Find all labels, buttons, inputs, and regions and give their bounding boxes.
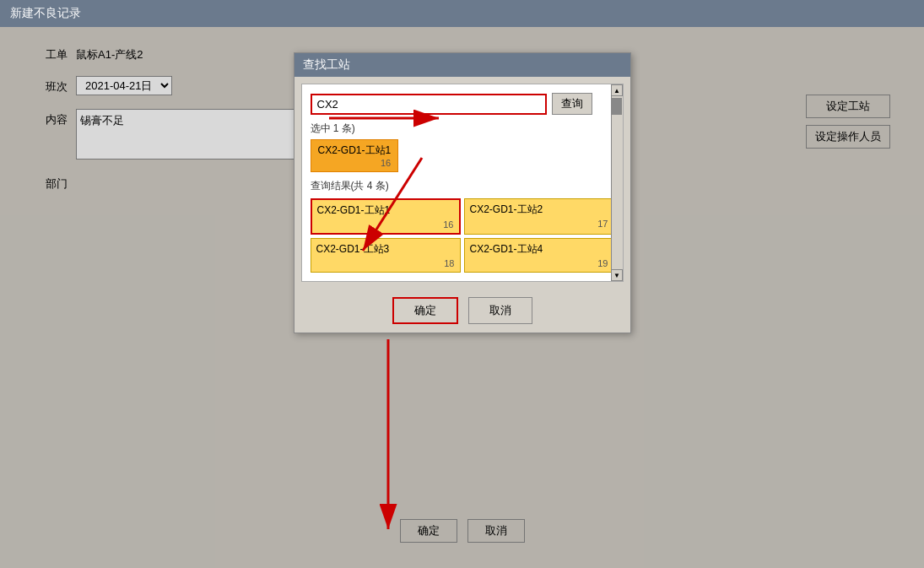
modal-body: 查询 选中 1 条) CX2-GD1-工站1 16 查询结果(共 4 条) CX [301, 84, 624, 282]
scroll-down-button[interactable]: ▼ [611, 269, 623, 281]
result-item-2[interactable]: CX2-GD1-工站3 18 [311, 238, 461, 273]
result-item-0[interactable]: CX2-GD1-工站1 16 [311, 198, 461, 235]
modal-dialog: 查找工站 查询 选中 1 条) CX2-GD1-工站1 16 [294, 52, 631, 333]
selected-section: 选中 1 条) CX2-GD1-工站1 16 [311, 122, 614, 172]
title-bar: 新建不良记录 [0, 0, 924, 27]
search-row: 查询 [311, 93, 614, 115]
result-num-2: 18 [316, 258, 455, 268]
title-label: 新建不良记录 [10, 6, 81, 21]
modal-confirm-button[interactable]: 确定 [392, 297, 458, 324]
modal-title-bar: 查找工站 [294, 53, 630, 77]
result-num-0: 16 [317, 219, 454, 230]
result-item-3[interactable]: CX2-GD1-工站4 19 [464, 238, 614, 273]
result-num-3: 19 [470, 258, 608, 268]
modal-cancel-button[interactable]: 取消 [468, 297, 532, 324]
result-name-2: CX2-GD1-工站3 [316, 242, 455, 257]
result-name-3: CX2-GD1-工站4 [470, 242, 608, 257]
selected-item-name: CX2-GD1-工站1 [318, 144, 392, 156]
scroll-thumb[interactable] [612, 98, 622, 115]
result-num-1: 17 [470, 219, 608, 229]
modal-footer: 确定 取消 [294, 289, 630, 333]
modal-overlay: 查找工站 查询 选中 1 条) CX2-GD1-工站1 16 [0, 27, 924, 568]
scroll-up-button[interactable]: ▲ [611, 84, 623, 96]
selected-item-num: 16 [318, 158, 392, 168]
search-button[interactable]: 查询 [552, 93, 592, 115]
main-form: 工单 鼠标A1-产线2 班次 2021-04-21日 内容 锡膏不足 部门 设定… [0, 27, 924, 568]
result-name-1: CX2-GD1-工站2 [470, 203, 608, 217]
scrollbar[interactable]: ▲ ▼ [611, 84, 623, 281]
result-name-0: CX2-GD1-工站1 [317, 203, 454, 218]
results-label: 查询结果(共 4 条) [311, 179, 614, 193]
selected-label: 选中 1 条) [311, 122, 614, 136]
results-grid: CX2-GD1-工站1 16 CX2-GD1-工站2 17 CX2-GD1-工站… [311, 198, 614, 273]
results-section: 查询结果(共 4 条) CX2-GD1-工站1 16 CX2-GD1-工站2 1… [311, 179, 614, 273]
modal-title-label: 查找工站 [303, 57, 350, 73]
result-item-1[interactable]: CX2-GD1-工站2 17 [464, 198, 614, 235]
selected-item[interactable]: CX2-GD1-工站1 16 [311, 139, 399, 172]
search-input[interactable] [311, 94, 547, 115]
